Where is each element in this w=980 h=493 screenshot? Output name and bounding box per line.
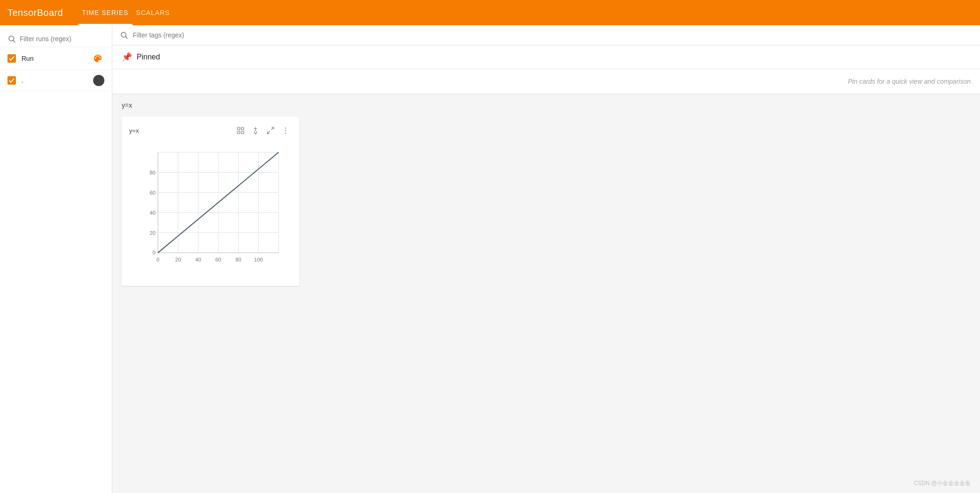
svg-point-2 <box>121 32 126 37</box>
pin-icon: 📌 <box>122 52 132 62</box>
chart-card-yx: y=x <box>122 116 300 286</box>
svg-rect-5 <box>241 127 244 130</box>
search-tags-icon <box>120 31 128 39</box>
tab-scalars[interactable]: SCALARS <box>132 0 174 25</box>
svg-text:20: 20 <box>150 230 156 236</box>
search-icon <box>7 35 16 43</box>
svg-text:20: 20 <box>175 257 181 262</box>
fit-button[interactable] <box>234 124 247 137</box>
palette-icon[interactable] <box>91 52 104 65</box>
run-checkbox-dot[interactable] <box>7 76 16 85</box>
app-logo: TensorBoard <box>7 7 63 18</box>
svg-point-12 <box>285 132 286 133</box>
svg-line-8 <box>271 127 274 130</box>
svg-text:40: 40 <box>150 210 156 216</box>
expand-button[interactable] <box>264 124 277 137</box>
section-title-yx: y=x <box>122 102 971 109</box>
pinned-section: 📌 Pinned Pin cards for a quick view and … <box>112 45 980 94</box>
run-color-dot[interactable] <box>93 75 104 86</box>
svg-text:100: 100 <box>254 257 263 262</box>
svg-line-1 <box>13 40 15 42</box>
run-label-dot: . <box>22 77 88 84</box>
nav-tabs: TIME SERIES SCALARS <box>78 0 174 25</box>
svg-text:40: 40 <box>195 257 201 262</box>
run-item-run: Run <box>0 47 112 70</box>
svg-point-0 <box>9 36 14 41</box>
watermark: CSDN @小金金金金鱼 <box>914 479 971 487</box>
chart-svg: 0 20 40 60 80 0 20 40 60 80 100 <box>129 143 292 277</box>
chart-title: y=x <box>129 127 234 134</box>
run-item-dot: . <box>0 70 112 91</box>
pinned-header: 📌 Pinned <box>112 45 980 69</box>
yx-section: y=x y=x <box>112 94 980 293</box>
run-label-run: Run <box>22 55 86 62</box>
pinned-empty-message: Pin cards for a quick view and compariso… <box>112 69 980 94</box>
main-layout: Run . <box>0 25 980 493</box>
svg-line-9 <box>267 131 270 134</box>
content-area: 📌 Pinned Pin cards for a quick view and … <box>112 25 980 493</box>
header: TensorBoard TIME SERIES SCALARS <box>0 0 980 25</box>
svg-text:60: 60 <box>215 257 221 262</box>
svg-rect-7 <box>241 131 244 134</box>
svg-point-10 <box>285 128 286 129</box>
chart-card-icons <box>234 124 292 137</box>
svg-line-3 <box>125 36 127 38</box>
filter-tags-bar <box>112 25 980 45</box>
svg-rect-4 <box>237 127 240 130</box>
pin-card-button[interactable] <box>249 124 262 137</box>
svg-rect-6 <box>237 131 240 134</box>
tab-time-series[interactable]: TIME SERIES <box>78 0 132 25</box>
filter-runs-bar <box>0 31 112 47</box>
svg-text:0: 0 <box>156 257 159 262</box>
svg-text:80: 80 <box>150 170 156 175</box>
svg-text:80: 80 <box>235 257 241 262</box>
more-button[interactable] <box>279 124 292 137</box>
sidebar: Run . <box>0 25 112 493</box>
run-checkbox-run[interactable] <box>7 54 16 63</box>
filter-tags-input[interactable] <box>133 31 973 39</box>
filter-runs-input[interactable] <box>20 35 104 43</box>
chart-plot[interactable]: 0 20 40 60 80 0 20 40 60 80 100 <box>129 143 292 278</box>
svg-point-11 <box>285 130 286 131</box>
pinned-title: Pinned <box>137 53 160 61</box>
svg-text:60: 60 <box>150 190 156 196</box>
svg-text:0: 0 <box>153 250 155 255</box>
chart-card-header: y=x <box>129 124 292 137</box>
